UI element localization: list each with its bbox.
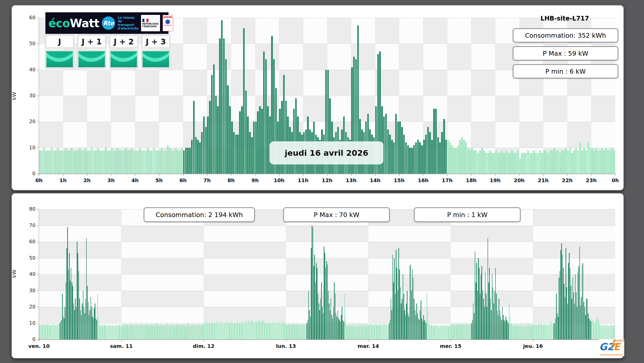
- checker-cell: [303, 18, 327, 44]
- checker-cell: [159, 96, 183, 122]
- bar: [535, 323, 536, 340]
- bar: [169, 325, 169, 339]
- day-tab-signal-2[interactable]: [109, 50, 138, 69]
- bar: [413, 278, 414, 339]
- bar: [145, 150, 147, 174]
- bar: [483, 150, 485, 174]
- bar: [99, 150, 101, 174]
- bar: [597, 317, 598, 339]
- day-tab-signal-3[interactable]: [141, 50, 171, 69]
- stat-pmax-week: P Max : 70 kW: [283, 207, 390, 222]
- day-tab-signal-0[interactable]: [45, 50, 74, 69]
- bar: [528, 325, 529, 339]
- bar: [181, 148, 183, 174]
- bar: [111, 148, 113, 174]
- bar: [312, 225, 312, 340]
- bar: [63, 317, 64, 339]
- bar: [469, 325, 469, 339]
- checker-cell: [303, 44, 327, 70]
- bar: [119, 325, 120, 339]
- bar: [603, 325, 604, 339]
- bar: [91, 297, 91, 339]
- checker-cell: [121, 291, 204, 307]
- bar: [123, 150, 125, 174]
- bar: [80, 310, 81, 339]
- bar: [532, 325, 533, 339]
- checker-cell: [471, 44, 495, 70]
- bar: [132, 325, 132, 339]
- bar: [543, 150, 545, 174]
- day-tab-1[interactable]: J + 1: [77, 34, 106, 49]
- bar: [159, 150, 161, 174]
- checker-cell: [368, 225, 451, 242]
- bar: [343, 321, 344, 339]
- checker-cell: [447, 96, 471, 122]
- bar: [188, 325, 189, 339]
- rte-caption-line2: de transport: [118, 19, 138, 27]
- day-tab-2[interactable]: J + 2: [109, 34, 138, 49]
- bar: [376, 325, 377, 339]
- x-tick: [519, 174, 520, 176]
- bar: [236, 323, 237, 340]
- checker-cell: [399, 18, 423, 44]
- bar: [546, 325, 547, 339]
- bar: [451, 325, 452, 339]
- bar: [221, 20, 223, 174]
- bar: [130, 325, 131, 339]
- bar: [589, 318, 589, 340]
- bar: [506, 317, 506, 339]
- x-tick-label: jeu. 16: [523, 343, 543, 349]
- bar: [519, 326, 520, 339]
- bar: [560, 271, 560, 339]
- bar: [485, 153, 487, 174]
- x-tick: [533, 340, 533, 341]
- bar: [294, 325, 295, 339]
- bar: [611, 325, 612, 339]
- bar: [409, 317, 409, 339]
- bar: [602, 325, 603, 339]
- bar: [393, 142, 395, 174]
- bar: [427, 294, 427, 339]
- bar: [394, 258, 395, 340]
- bar: [241, 106, 243, 174]
- bar: [91, 307, 92, 339]
- bar: [518, 326, 518, 339]
- bar: [342, 307, 342, 339]
- bar: [550, 321, 551, 339]
- x-tick: [279, 174, 279, 176]
- x-tick: [39, 174, 39, 176]
- bar: [132, 325, 133, 339]
- bar: [471, 148, 473, 174]
- bar: [47, 323, 48, 340]
- bar: [163, 325, 163, 339]
- bar: [185, 326, 185, 339]
- bar: [267, 323, 268, 340]
- bar: [198, 323, 199, 340]
- bar: [319, 303, 319, 339]
- day-tab-signal-1[interactable]: [77, 50, 106, 69]
- bar: [170, 325, 171, 339]
- bar: [283, 321, 283, 339]
- bar: [377, 325, 378, 339]
- checker-cell: [204, 274, 286, 291]
- day-tab-0[interactable]: J: [45, 34, 74, 49]
- bar: [368, 325, 369, 339]
- bar: [283, 323, 284, 340]
- bar: [592, 320, 593, 339]
- bar: [49, 150, 51, 174]
- day-tab-3[interactable]: J + 3: [141, 34, 171, 49]
- bar: [579, 247, 580, 339]
- x-tick-label: 14h: [370, 177, 381, 183]
- bar: [197, 325, 197, 339]
- bar: [69, 253, 70, 339]
- bar: [566, 287, 567, 339]
- bar: [443, 119, 445, 174]
- bar: [457, 145, 459, 174]
- bar: [55, 150, 57, 174]
- bar: [55, 325, 56, 339]
- bar: [301, 323, 302, 340]
- bar: [475, 150, 477, 174]
- bar: [351, 326, 352, 339]
- checker-cell: [121, 307, 204, 323]
- bar: [542, 325, 543, 339]
